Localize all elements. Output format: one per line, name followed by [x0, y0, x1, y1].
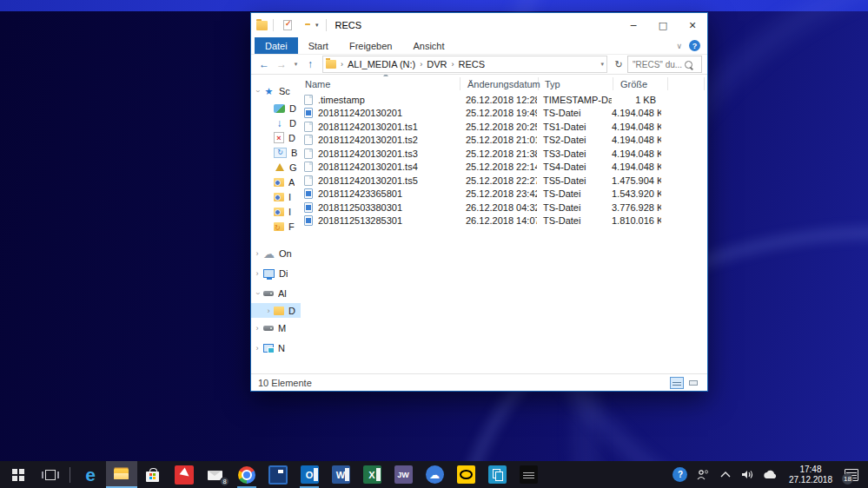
forward-button[interactable]: → [274, 58, 289, 70]
taskbar-post-app[interactable] [450, 461, 481, 488]
details-view-button[interactable] [670, 377, 684, 389]
taskbar-start[interactable] [0, 461, 36, 488]
taskbar-task-view[interactable] [36, 461, 64, 488]
column-header-size[interactable]: Größe [613, 77, 668, 90]
refresh-button[interactable]: ↻ [612, 59, 626, 70]
expander-chevron[interactable] [251, 269, 263, 278]
title-bar: ▾ RECS ─ □ × [251, 13, 707, 37]
table-row[interactable]: 2018112503380301 26.12.2018 04:32 TS-Dat… [301, 201, 707, 214]
breadcrumb-segment[interactable]: DVR [427, 59, 447, 69]
expander-chevron[interactable] [251, 87, 263, 96]
sidebar-item-label: Al [278, 288, 287, 299]
back-button[interactable]: ← [256, 58, 272, 70]
help-button[interactable]: ? [689, 40, 700, 51]
people-button[interactable] [692, 461, 713, 488]
taskbar-word[interactable]: W [325, 461, 356, 488]
sidebar-item-pictures[interactable]: B [251, 145, 301, 160]
expander-chevron[interactable] [251, 249, 263, 258]
taskbar-blue-app[interactable] [262, 461, 294, 488]
breadcrumb-segment[interactable]: RECS [458, 59, 485, 69]
sidebar-item-folder-sync[interactable]: F [251, 219, 301, 234]
taskbar-mail[interactable]: 8 [200, 461, 231, 488]
ribbon-tab-bar: Datei Start Freigeben Ansicht ∨? [251, 37, 707, 55]
sidebar-item-gdrive[interactable]: G [251, 160, 301, 175]
taskbar-separator[interactable] [64, 461, 75, 488]
taskbar-cloud-app[interactable] [419, 461, 450, 488]
sidebar-item-this-pc[interactable]: Di [251, 264, 301, 283]
sidebar-item-folder-1[interactable]: A [251, 175, 301, 189]
qat-properties-button[interactable] [282, 19, 294, 31]
sidebar-item-drive-m[interactable]: M [251, 319, 301, 338]
close-button[interactable]: × [678, 13, 707, 37]
address-bar[interactable]: ›ALI_MEDIA (N:) ›DVR ›RECS ▾ [322, 56, 607, 73]
sidebar-item-downloads[interactable]: D [251, 115, 301, 130]
table-row[interactable]: 2018112420130201 25.12.2018 19:49 TS-Dat… [301, 107, 707, 121]
sidebar-icon [274, 118, 285, 129]
minimize-button[interactable]: ─ [619, 13, 648, 37]
file-type: TS-Datei [537, 202, 612, 213]
table-row[interactable]: 2018112420130201.ts4 25.12.2018 22:14 TS… [301, 161, 707, 175]
column-header-date[interactable]: Änderungsdatum [461, 77, 539, 90]
column-header-type[interactable]: Typ [539, 77, 613, 90]
minimize-ribbon-chevron[interactable]: ∨ [676, 42, 682, 50]
qat-customize-dropdown[interactable]: ▾ [315, 22, 319, 29]
file-name: 2018112513285301 [318, 215, 459, 226]
taskbar-black-app[interactable] [513, 461, 544, 488]
table-row[interactable]: 2018112420130201.ts3 25.12.2018 21:38 TS… [301, 147, 707, 161]
chevron-up-icon [720, 472, 731, 478]
history-dropdown[interactable]: ▾ [291, 61, 301, 68]
table-row[interactable]: 2018112420130201.ts2 25.12.2018 21:01 TS… [301, 134, 707, 148]
tab-freigeben[interactable]: Freigeben [339, 37, 403, 54]
large-icons-view-button[interactable] [686, 377, 700, 389]
sidebar-item-documents[interactable]: D [251, 130, 301, 145]
sidebar-item-drive-ali-media[interactable]: Al [251, 284, 301, 303]
taskbar-red-app[interactable] [169, 461, 200, 488]
sidebar-item-folder-3[interactable]: I [251, 204, 301, 219]
table-row[interactable]: 2018112420130201.ts1 25.12.2018 20:25 TS… [301, 120, 707, 134]
expander-chevron[interactable] [263, 307, 274, 315]
qat-new-folder-button[interactable] [299, 19, 311, 31]
sidebar-icon [263, 326, 274, 331]
search-input[interactable] [631, 59, 685, 70]
file-size: 4.194.048 KB [612, 108, 661, 118]
expander-chevron[interactable] [251, 289, 263, 298]
table-row[interactable]: 2018112423365801 25.12.2018 23:42 TS-Dat… [301, 188, 707, 201]
table-row[interactable]: 2018112420130201.ts5 25.12.2018 22:27 TS… [301, 174, 707, 188]
up-button[interactable]: ↑ [302, 58, 318, 70]
maximize-button[interactable]: □ [648, 13, 678, 37]
tab-ansicht[interactable]: Ansicht [402, 37, 454, 54]
taskbar-file-explorer[interactable] [106, 461, 137, 488]
taskbar-edge[interactable]: e [75, 461, 106, 488]
sidebar-item-desktop[interactable]: D [251, 101, 301, 115]
onedrive-tray-button[interactable] [760, 461, 781, 488]
tab-datei[interactable]: Datei [255, 37, 298, 54]
table-row[interactable]: 2018112513285301 26.12.2018 14:07 TS-Dat… [301, 214, 707, 228]
hidden-icons-button[interactable] [715, 461, 736, 488]
taskbar-excel[interactable]: X [356, 461, 388, 488]
tab-start[interactable]: Start [298, 37, 339, 54]
address-dropdown[interactable]: ▾ [600, 61, 604, 68]
action-center-button[interactable]: 18 [840, 461, 863, 488]
taskbar-store[interactable] [137, 461, 169, 488]
sidebar-icon [263, 86, 275, 96]
volume-button[interactable] [738, 461, 759, 488]
expander-chevron[interactable] [251, 324, 263, 333]
table-row[interactable]: .timestamp 26.12.2018 12:28 TIMESTAMP-Da… [301, 93, 707, 107]
sidebar-item-quick-access[interactable]: Sc [251, 82, 301, 101]
file-type: TIMESTAMP-Datei [537, 95, 612, 105]
sidebar-item-dvr[interactable]: D [251, 303, 301, 318]
taskbar-chrome[interactable] [231, 461, 262, 488]
sidebar-item-label: A [288, 177, 295, 188]
taskbar-teal-app[interactable] [481, 461, 513, 488]
clock[interactable]: 17:48 27.12.2018 [783, 465, 838, 485]
taskbar-jw-library[interactable]: JW [388, 461, 419, 488]
expander-chevron[interactable] [251, 344, 263, 353]
sidebar-item-network[interactable]: N [251, 339, 301, 358]
file-name: 2018112420130201.ts5 [318, 175, 459, 186]
taskbar-outlook[interactable]: O [294, 461, 325, 488]
sidebar-item-onedrive[interactable]: On [251, 244, 301, 263]
breadcrumb-segment[interactable]: ALI_MEDIA (N:) [348, 59, 415, 69]
column-header-name[interactable]: Name [301, 77, 461, 90]
help-tray-button[interactable]: ? [670, 461, 691, 488]
sidebar-item-folder-2[interactable]: I [251, 189, 301, 204]
